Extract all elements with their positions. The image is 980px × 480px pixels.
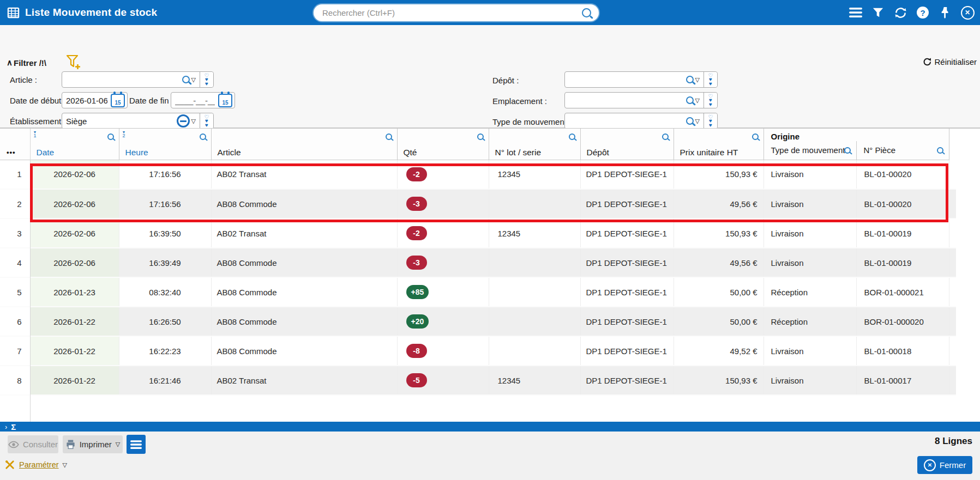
date-debut-input[interactable] [62, 96, 110, 105]
refresh-icon[interactable] [893, 5, 907, 20]
column-search-icon-depot[interactable] [662, 133, 669, 140]
type-mouvement-input[interactable] [565, 117, 686, 126]
emplacement-dropdown-caret[interactable]: ▽ [695, 97, 700, 104]
table-row[interactable]: 72026-01-2216:22:23AB08 Commode-8DP1 DEP… [0, 336, 956, 366]
emplacement-label: Emplacement : [492, 96, 547, 106]
cell-date: 2026-01-22 [30, 307, 119, 336]
table-row[interactable]: 62026-01-2216:26:50AB08 Commode+20DP1 DE… [0, 307, 956, 336]
emplacement-field: ▽ ♡♥♥ [564, 92, 718, 108]
column-search-icon-article[interactable] [386, 133, 392, 140]
cell-date: 2026-02-06 [30, 160, 119, 189]
reset-filters-button[interactable]: Réinitialiser [923, 57, 977, 66]
cell-heure: 17:16:56 [119, 189, 211, 218]
date-debut-calendar-icon[interactable]: 15 [111, 94, 125, 107]
table-row[interactable]: 22026-02-0617:16:56AB08 Commode-3DP1 DEP… [0, 189, 956, 218]
cell-piece: BL-01-00018 [856, 336, 949, 366]
add-filter-icon[interactable] [65, 54, 81, 72]
qty-badge: +20 [406, 314, 429, 329]
column-search-icon-heure[interactable] [200, 133, 206, 140]
close-window-icon[interactable]: ✕ [960, 5, 975, 20]
article-dropdown-caret[interactable]: ▽ [191, 76, 196, 83]
pin-icon[interactable] [938, 5, 952, 20]
summary-expand-icon[interactable]: › [5, 423, 7, 431]
collapse-caret-icon[interactable]: ∧ [7, 58, 13, 68]
sort-indicator-heure: ▼2 [122, 130, 126, 138]
column-header-prix[interactable]: Prix unitaire HT [674, 129, 763, 160]
table-row[interactable]: 32026-02-0616:39:50AB02 Transat-212345DP… [0, 218, 956, 248]
sort-indicator-date: ▼1 [33, 130, 37, 138]
depot-input[interactable] [565, 75, 686, 84]
list-menu-button[interactable] [127, 435, 146, 454]
cell-type_mouvement: Réception [763, 307, 856, 336]
etablissement-field: ▽ ♡♥♥ [62, 113, 214, 129]
column-header-depot[interactable]: Dépôt [580, 129, 674, 160]
search-icon[interactable] [582, 8, 591, 17]
search-input[interactable] [314, 8, 582, 17]
depot-search-icon[interactable] [686, 76, 694, 83]
cell-date: 2026-01-22 [30, 366, 119, 395]
qty-badge: -2 [406, 226, 427, 240]
row-count-label: 8 Lignes [935, 436, 972, 447]
depot-label: Dépôt : [492, 76, 519, 85]
column-header-qte[interactable]: Qté [397, 129, 489, 160]
imprimer-button[interactable]: Imprimer ▽ [63, 435, 123, 453]
depot-dropdown-caret[interactable]: ▽ [695, 76, 700, 83]
article-favorites-icon[interactable]: ♡♥♥ [200, 72, 213, 87]
help-icon[interactable]: ? [916, 5, 930, 20]
parametrer-caret-bottom[interactable]: ▽ [63, 461, 67, 469]
menu-icon[interactable] [849, 5, 863, 20]
cell-piece: BOR-01-000020 [856, 307, 949, 336]
row-menu-icon[interactable]: ••• [0, 148, 30, 160]
etablissement-dropdown-caret[interactable]: ▽ [191, 118, 196, 125]
type-mouvement-dropdown-caret[interactable]: ▽ [695, 118, 700, 125]
type-mouvement-favorites-icon[interactable]: ♡♥♥ [704, 113, 717, 129]
cell-qte: -5 [397, 366, 489, 395]
etablissement-clear-icon[interactable] [177, 114, 190, 127]
column-search-icon-date[interactable] [107, 133, 114, 140]
column-header-type-mouvement[interactable]: Type de mouvement [763, 141, 856, 160]
cell-lot [489, 277, 580, 307]
column-group-origine: Origine [763, 129, 949, 141]
date-fin-calendar-icon[interactable]: 15 [218, 94, 232, 107]
cell-article: AB08 Commode [211, 189, 397, 218]
table-row[interactable]: 42026-02-0616:39:49AB08 Commode-3DP1 DEP… [0, 248, 956, 277]
qty-badge: -8 [406, 344, 427, 358]
column-search-icon-lot[interactable] [569, 133, 575, 140]
consulter-button[interactable]: Consulter [8, 435, 58, 453]
etablissement-input[interactable] [62, 117, 177, 126]
titlebar-icons: ? ✕ [849, 0, 975, 25]
table-row[interactable]: 52026-01-2308:32:40AB08 Commode+85DP1 DE… [0, 277, 956, 307]
table-row[interactable]: 82026-01-2216:21:46AB02 Transat-512345DP… [0, 366, 956, 395]
filter-section-title[interactable]: ∧ Filtrer /!\ [7, 58, 46, 68]
row-number: 4 [0, 248, 30, 277]
emplacement-search-icon[interactable] [686, 96, 694, 104]
emplacement-favorites-icon[interactable]: ♡♥♥ [704, 93, 717, 108]
summary-bar[interactable]: › Σ [0, 422, 980, 432]
column-search-icon-prix[interactable] [752, 133, 759, 140]
imprimer-caret[interactable]: ▽ [116, 441, 120, 448]
depot-favorites-icon[interactable]: ♡♥♥ [704, 72, 717, 87]
emplacement-input[interactable] [565, 96, 686, 105]
cell-heure: 16:39:50 [119, 218, 211, 248]
column-header-date[interactable]: ▼1 Date [30, 129, 119, 160]
cell-article: AB02 Transat [211, 160, 397, 189]
etablissement-favorites-icon[interactable]: ♡♥♥ [200, 113, 213, 129]
table-row[interactable]: 12026-02-0617:16:56AB02 Transat-212345DP… [0, 160, 956, 189]
cell-depot: DP1 DEPOT-SIEGE-1 [580, 336, 674, 366]
column-header-heure[interactable]: ▼2 Heure [119, 129, 211, 160]
column-header-lot[interactable]: N° lot / serie [489, 129, 580, 160]
type-mouvement-search-icon[interactable] [686, 117, 694, 125]
column-search-icon-type-mouvement[interactable] [844, 147, 851, 154]
date-fin-input[interactable] [171, 96, 217, 105]
filter-icon[interactable] [871, 5, 885, 20]
column-search-icon-qte[interactable] [477, 133, 484, 140]
column-search-icon-piece[interactable] [937, 147, 943, 154]
column-header-article[interactable]: Article [211, 129, 397, 160]
row-number: 2 [0, 189, 30, 218]
cell-qte: +85 [397, 277, 489, 307]
fermer-button[interactable]: ✕ Fermer [917, 456, 972, 474]
article-search-icon[interactable] [182, 76, 190, 83]
column-header-piece[interactable]: N° Pièce [856, 141, 949, 160]
parametrer-link-bottom[interactable]: Paramétrer ▽ [4, 459, 67, 470]
article-input[interactable] [62, 75, 182, 84]
